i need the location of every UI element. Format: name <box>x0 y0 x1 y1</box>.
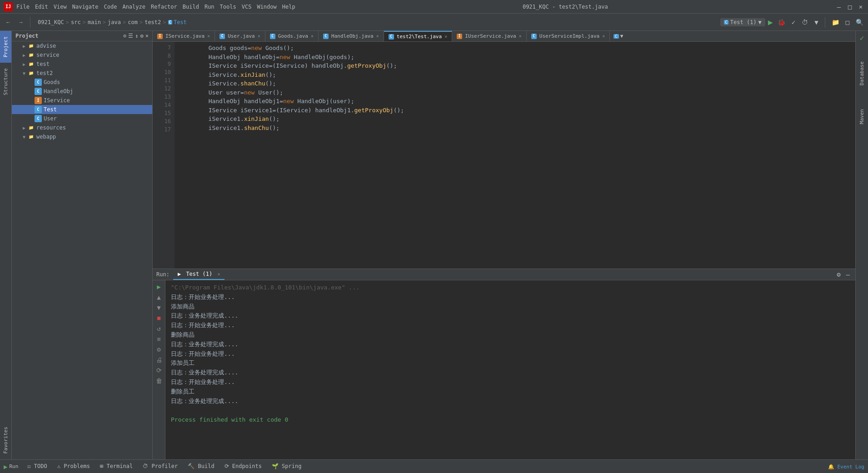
bottom-tab-spring[interactable]: 🌱 Spring <box>267 461 306 472</box>
bookmark-button[interactable]: □ <box>844 18 851 27</box>
tab-user[interactable]: C User.java × <box>215 31 265 41</box>
menu-file[interactable]: File <box>16 4 30 10</box>
tree-item-test[interactable]: ▶ 📁 test <box>12 60 152 69</box>
run-rerun-button[interactable]: ↺ <box>155 324 164 333</box>
menu-build[interactable]: Build <box>183 4 199 10</box>
tab-iservice[interactable]: I IService.java × <box>153 31 215 41</box>
tree-item-goods[interactable]: C Goods <box>12 78 152 87</box>
bottom-tab-todo[interactable]: ☑ TODO <box>23 461 51 472</box>
menu-vcs[interactable]: VCS <box>242 4 252 10</box>
tab-test[interactable]: C test2\Test.java × <box>384 31 452 41</box>
tab-handleobj[interactable]: C HandleObj.java × <box>319 31 384 41</box>
menu-analyze[interactable]: Analyze <box>122 4 145 10</box>
run-settings-button[interactable]: ⚙ <box>155 345 164 354</box>
sidebar-scope-icon[interactable]: ⊙ <box>123 33 126 39</box>
code-content[interactable]: Goods goods=new Goods(); HandleObj handl… <box>175 42 855 269</box>
run-play-tab-button[interactable]: ▶ Run <box>4 463 18 470</box>
menu-navigate[interactable]: Navigate <box>72 4 99 10</box>
coverage-button[interactable]: ✓ <box>790 18 797 27</box>
tree-item-advise[interactable]: ▶ 📁 advise <box>12 41 152 50</box>
tab-close-user[interactable]: × <box>258 34 260 39</box>
settings-button[interactable]: ▼ <box>813 18 820 27</box>
menu-edit[interactable]: Edit <box>35 4 48 10</box>
bottom-tab-build[interactable]: 🔨 Build <box>183 461 219 472</box>
run-print-button[interactable]: 🖨 <box>155 355 164 364</box>
event-log-button[interactable]: 🔔 Event Log <box>828 463 864 470</box>
debug-button[interactable]: 🐞 <box>776 18 787 27</box>
sidebar-settings-icon[interactable]: ⚙ <box>140 33 144 39</box>
tree-item-service[interactable]: ▶ 📁 service <box>12 50 152 60</box>
run-dump-button[interactable]: ≡ <box>155 334 164 344</box>
breadcrumb-src[interactable]: src <box>71 19 81 25</box>
tree-item-iservice[interactable]: I IService <box>12 96 152 105</box>
menu-view[interactable]: View <box>54 4 67 10</box>
database-panel-tab[interactable]: Database <box>856 54 868 93</box>
menu-tools[interactable]: Tools <box>220 4 236 10</box>
tree-item-resources[interactable]: ▶ 📁 resources <box>12 123 152 132</box>
bottom-tab-profiler[interactable]: ⏱ Profiler <box>138 461 182 472</box>
breadcrumb-test2[interactable]: test2 <box>145 19 161 25</box>
menu-window[interactable]: Window <box>257 4 276 10</box>
run-scroll-down-button[interactable]: ▼ <box>155 303 164 312</box>
run-play-button[interactable]: ▶ <box>155 282 164 291</box>
folder-icon-test2: 📁 <box>27 70 35 77</box>
search-button[interactable]: 🔍 <box>854 18 865 27</box>
tab-close-iservice[interactable]: × <box>207 34 210 39</box>
bottom-close-icon[interactable]: — <box>844 270 852 279</box>
tree-item-user[interactable]: C User <box>12 114 152 123</box>
bottom-tab-terminal[interactable]: ⊞ Terminal <box>95 461 137 472</box>
tab-close-userserviceimpl[interactable]: × <box>602 34 605 39</box>
structure-panel-tab[interactable]: Structure <box>0 63 11 101</box>
close-button[interactable]: × <box>857 3 864 10</box>
menu-code[interactable]: Code <box>104 4 117 10</box>
run-wrap-button[interactable]: ⟳ <box>155 366 164 375</box>
run-clear-button[interactable]: 🗑 <box>155 376 164 385</box>
forward-button[interactable]: → <box>15 18 26 27</box>
project-view-button[interactable]: 📁 <box>830 18 841 27</box>
project-panel-tab[interactable]: Project <box>0 31 11 63</box>
checkmark-button[interactable]: ✓ <box>856 31 868 45</box>
run-config-selector[interactable]: C Test (1) ▼ <box>720 18 765 26</box>
tab-more-button[interactable]: C ▼ <box>610 31 627 41</box>
event-log-label: 🔔 Event Log <box>828 464 864 470</box>
bottom-settings-icon[interactable]: ⚙ <box>835 270 842 279</box>
breadcrumb-main[interactable]: main <box>88 19 101 25</box>
tab-close-iuserservice[interactable]: × <box>519 34 522 39</box>
back-button[interactable]: ← <box>3 18 14 27</box>
editor-area: I IService.java × C User.java × C Goods.… <box>153 31 855 269</box>
breadcrumb-java[interactable]: java <box>108 19 121 25</box>
bottom-tab-endpoints[interactable]: ⟳ Endpoints <box>220 461 266 472</box>
run-scroll-up-button[interactable]: ▲ <box>155 293 164 302</box>
tab-iuserservice[interactable]: I IUserService.java × <box>452 31 527 41</box>
sidebar-sort-icon[interactable]: ↕ <box>135 33 138 39</box>
tab-close-test[interactable]: × <box>444 34 447 39</box>
breadcrumb-project[interactable]: 0921_KQC <box>38 19 64 25</box>
tree-item-test2[interactable]: ▼ 📁 test2 <box>12 69 152 78</box>
run-button[interactable]: ▶ <box>768 17 773 27</box>
profile-button[interactable]: ⏱ <box>800 18 810 27</box>
maven-panel-tab[interactable]: Maven <box>856 102 868 131</box>
breadcrumb-test[interactable]: C Test <box>168 19 187 25</box>
favorites-panel-tab[interactable]: Favorites <box>0 421 11 459</box>
maximize-button[interactable]: □ <box>846 3 853 10</box>
breadcrumb-com[interactable]: com <box>128 19 138 25</box>
menu-run[interactable]: Run <box>205 4 215 10</box>
menu-refactor[interactable]: Refactor <box>151 4 177 10</box>
run-stop-button[interactable]: ■ <box>155 314 164 323</box>
sidebar-layout-icon[interactable]: ☰ <box>128 33 133 39</box>
tab-close-goods[interactable]: × <box>311 34 314 39</box>
run-tab-close[interactable]: × <box>217 272 220 277</box>
tab-close-handleobj[interactable]: × <box>376 34 379 39</box>
tree-item-handleobj[interactable]: C HandleObj <box>12 87 152 96</box>
tree-item-test-class[interactable]: C Test <box>12 105 152 114</box>
run-console[interactable]: "C:\Program Files\Java\jdk1.8.0_101\bin\… <box>165 280 855 459</box>
bottom-tab-run[interactable]: ▶ Test (1) × <box>173 269 225 280</box>
run-tab-label: Test (1) <box>186 271 212 277</box>
bottom-tab-problems[interactable]: ⚠ Problems <box>53 461 95 472</box>
tree-item-webapp[interactable]: ▼ 📁 webapp <box>12 132 152 141</box>
tab-goods[interactable]: C Goods.java × <box>265 31 319 41</box>
minimize-button[interactable]: — <box>835 3 843 10</box>
menu-help[interactable]: Help <box>282 4 295 10</box>
sidebar-close-icon[interactable]: × <box>145 33 149 39</box>
tab-userserviceimpl[interactable]: C UserServiceImpl.java × <box>527 31 610 41</box>
